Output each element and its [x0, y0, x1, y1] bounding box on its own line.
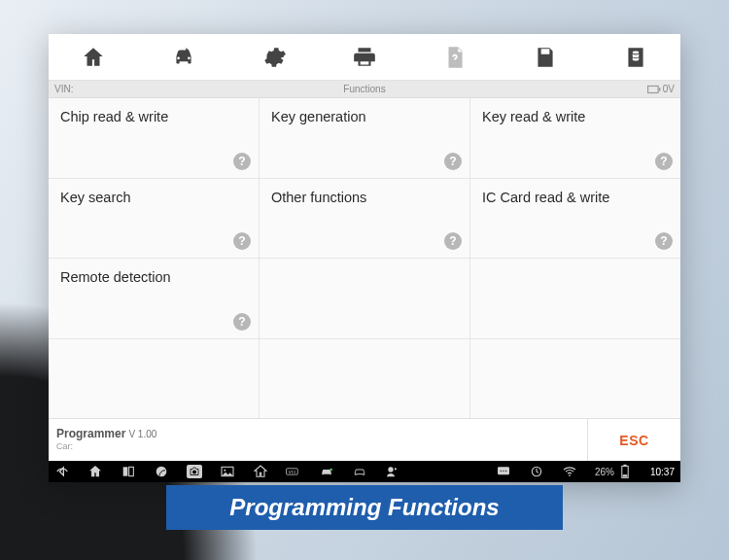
footer: ProgrammerV 1.00 Car: ESC — [49, 418, 680, 461]
recent-apps-icon[interactable] — [121, 464, 136, 479]
android-navbar: VCI 26% 10:37 — [49, 461, 680, 482]
svg-point-13 — [501, 471, 502, 472]
wifi-icon — [562, 464, 577, 479]
print-icon[interactable] — [320, 34, 410, 80]
cell-key-gen[interactable]: Key generation? — [260, 98, 469, 178]
caption-banner: Programming Functions — [166, 485, 563, 530]
help-icon[interactable]: ? — [233, 232, 251, 250]
svg-rect-19 — [623, 465, 626, 467]
svg-point-7 — [224, 470, 226, 472]
message-icon — [496, 464, 511, 479]
help-icon[interactable]: ? — [233, 153, 251, 170]
programmer-label: Programmer — [56, 427, 125, 440]
svg-point-14 — [503, 471, 503, 472]
svg-rect-2 — [123, 467, 128, 475]
cell-remote-detect[interactable]: Remote detection? — [49, 259, 259, 338]
status-strip: VIN: Functions 0V — [49, 81, 680, 98]
functions-grid: Chip read & write? Key generation? Key r… — [49, 98, 680, 418]
cell-ic-card[interactable]: IC Card read & write? — [470, 179, 680, 259]
home-outline-icon[interactable] — [253, 464, 268, 479]
help-icon[interactable]: ? — [655, 153, 673, 170]
svg-rect-20 — [623, 474, 628, 476]
gallery-icon[interactable] — [220, 464, 235, 479]
browser-icon[interactable] — [154, 464, 169, 479]
back-icon[interactable] — [54, 464, 70, 479]
svg-point-11 — [388, 467, 393, 472]
svg-point-10 — [330, 469, 332, 472]
data-log-icon[interactable] — [590, 34, 680, 80]
battery-pct: 26% — [595, 467, 614, 477]
esc-button[interactable]: ESC — [587, 419, 680, 461]
cell-key-search[interactable]: Key search? — [49, 179, 259, 259]
battery-status-icon — [617, 464, 633, 479]
help-icon[interactable]: ? — [655, 232, 673, 250]
car-key-icon[interactable] — [319, 464, 334, 479]
home-icon[interactable] — [49, 34, 139, 80]
save-icon[interactable] — [500, 34, 590, 80]
nav-home-icon[interactable] — [87, 464, 103, 479]
car-label: Car: — [56, 441, 579, 451]
svg-point-17 — [569, 474, 571, 476]
svg-point-15 — [505, 471, 506, 472]
support-icon[interactable] — [385, 464, 400, 479]
camera-icon[interactable] — [187, 464, 202, 479]
clock: 10:37 — [650, 467, 675, 477]
cell-chip-rw[interactable]: Chip read & write? — [49, 98, 259, 178]
cell-empty — [470, 259, 680, 338]
svg-point-5 — [192, 471, 196, 474]
settings-icon[interactable] — [229, 34, 320, 80]
cast-icon — [529, 464, 544, 479]
vci-icon[interactable]: VCI — [286, 464, 301, 479]
cell-empty — [470, 339, 680, 419]
cell-empty — [49, 339, 259, 419]
programmer-version: V 1.00 — [128, 429, 156, 439]
help-icon[interactable]: ? — [444, 153, 462, 170]
cell-empty — [260, 339, 469, 419]
car-outline-icon[interactable] — [352, 464, 367, 479]
svg-rect-3 — [129, 467, 134, 475]
app-window: VIN: Functions 0V Chip read & write? Key… — [49, 34, 680, 482]
cell-empty — [260, 259, 469, 338]
cell-other[interactable]: Other functions? — [260, 179, 469, 259]
vehicle-icon[interactable] — [139, 34, 229, 80]
help-icon[interactable]: ? — [233, 313, 251, 331]
svg-text:VCI: VCI — [289, 470, 295, 474]
top-toolbar — [49, 34, 680, 81]
help-icon[interactable]: ? — [444, 232, 462, 250]
cell-key-rw[interactable]: Key read & write? — [470, 98, 680, 178]
help-doc-icon[interactable] — [409, 34, 500, 80]
page-title: Functions — [49, 84, 680, 94]
